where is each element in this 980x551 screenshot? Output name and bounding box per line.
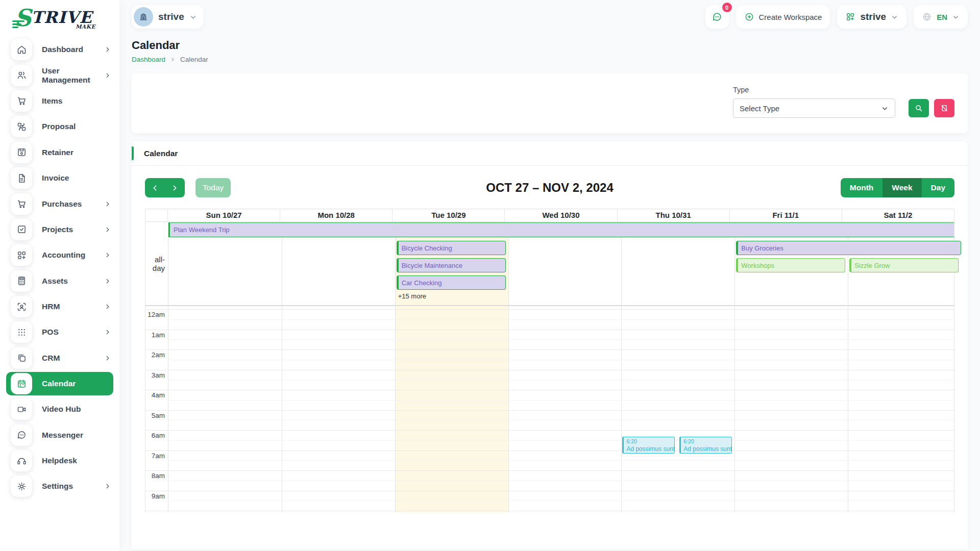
workspace-selector[interactable]: strive [132, 5, 204, 29]
timed-event-ad-possimus-sunt[interactable]: 6:20Ad possimus sunt [679, 437, 732, 454]
workspace-menu-button[interactable]: strive [837, 5, 906, 29]
users-icon [11, 65, 32, 86]
all-day-event-sizzle-grow[interactable]: Sizzle Grow [849, 258, 959, 272]
type-filter-label: Type [733, 86, 895, 94]
half-hour-line [168, 339, 954, 340]
view-button-week[interactable]: Week [883, 178, 921, 197]
app-root: STRIVE MAKE DashboardUser ManagementItem… [0, 0, 980, 551]
half-hour-line [168, 360, 954, 360]
swap-icon [11, 116, 32, 137]
sidebar-item-pos[interactable]: POS [0, 319, 119, 345]
next-button[interactable] [165, 178, 185, 197]
view-button-month[interactable]: Month [841, 178, 883, 197]
sidebar-item-label: Proposal [42, 122, 111, 131]
more-events-link[interactable]: +15 more [398, 292, 426, 300]
sidebar-item-label: Messenger [42, 431, 111, 440]
language-label: EN [937, 13, 947, 21]
all-day-event-buy-groceries[interactable]: Buy Groceries [736, 241, 961, 255]
breadcrumb-dashboard-link[interactable]: Dashboard [132, 56, 165, 63]
logo-speed-lines [12, 20, 24, 30]
sidebar-item-assets[interactable]: Assets [0, 268, 119, 294]
chevron-right-icon [104, 226, 111, 233]
sidebar-item-messenger[interactable]: Messenger [0, 422, 119, 447]
prev-button[interactable] [145, 178, 165, 197]
sidebar-item-proposal[interactable]: Proposal [0, 114, 119, 139]
sidebar-item-retainer[interactable]: Retainer [0, 140, 119, 165]
sidebar-item-accounting[interactable]: Accounting [0, 242, 119, 268]
headset-icon [11, 450, 32, 471]
sidebar-item-dashboard[interactable]: Dashboard [0, 37, 119, 62]
workspace-menu-label: strive [860, 11, 886, 22]
column-divider [848, 306, 848, 512]
sidebar-item-calendar[interactable]: Calendar [6, 372, 113, 395]
chevron-right-icon [104, 278, 111, 285]
sidebar: STRIVE MAKE DashboardUser ManagementItem… [0, 0, 119, 551]
day-header-fri-11-1: Fri 11/1 [730, 209, 842, 221]
hour-line [145, 470, 954, 471]
sidebar-item-label: User Management [42, 66, 94, 85]
time-grid: 12am1am2am3am4am5am6am7am8am9am10am11am6… [145, 306, 954, 512]
half-hour-line [168, 380, 954, 380]
sidebar-item-invoice[interactable]: Invoice [0, 165, 119, 191]
today-button[interactable]: Today [195, 178, 231, 197]
hour-line [145, 511, 954, 511]
all-day-event-bicycle-checking[interactable]: Bicycle Checking [397, 241, 506, 255]
sidebar-item-settings[interactable]: Settings [0, 473, 119, 499]
all-day-event-plan-weekend-trip[interactable]: Plan Weekend Trip [168, 222, 954, 237]
sidebar-item-video-hub[interactable]: Video Hub [0, 396, 119, 422]
view-button-day[interactable]: Day [922, 178, 954, 197]
copy-icon [11, 347, 32, 369]
grid-dots-icon [11, 321, 32, 343]
filter-buttons [909, 99, 954, 118]
type-select[interactable]: Select Type [733, 98, 895, 118]
sidebar-item-label: Assets [42, 277, 94, 286]
column-divider [395, 306, 396, 512]
event-title: Ad possimus sunt [626, 445, 672, 453]
sidebar-item-crm[interactable]: CRM [0, 345, 119, 371]
hour-line [145, 410, 954, 411]
column-divider [168, 306, 168, 512]
logo-subtext: MAKE [76, 23, 95, 30]
chat-icon [11, 424, 32, 446]
sidebar-item-purchases[interactable]: Purchases [0, 191, 119, 216]
hour-label: 2am [145, 351, 165, 359]
card-accent-bar [132, 146, 134, 160]
hour-line [145, 309, 954, 310]
all-day-event-bicycle-maintenance[interactable]: Bicycle Maintenance [397, 258, 506, 272]
calendar-card: Calendar Today OCT 27 – NOV 2, 2024 Mont… [132, 141, 968, 549]
hour-line [145, 430, 954, 431]
half-hour-line [168, 400, 954, 400]
sidebar-item-label: Retainer [42, 148, 111, 157]
sidebar-item-helpdesk[interactable]: Helpdesk [0, 448, 119, 473]
hour-line [145, 370, 954, 370]
hour-label: 12am [145, 311, 165, 318]
all-day-event-workshops[interactable]: Workshops [736, 258, 845, 272]
sidebar-item-items[interactable]: Items [0, 88, 119, 114]
all-day-section: all-dayPlan Weekend TripBicycle Checking… [145, 221, 954, 306]
hour-line [145, 349, 954, 350]
hour-label: 4am [145, 391, 165, 399]
hour-label: 1am [145, 331, 165, 339]
chevron-down-icon [189, 13, 197, 21]
sidebar-item-projects[interactable]: Projects [0, 217, 119, 242]
gear-icon [11, 475, 32, 497]
timed-event-ad-possimus-sunt[interactable]: 6:20Ad possimus sunt [622, 437, 675, 454]
messages-button[interactable]: 0 [705, 5, 729, 29]
cart-icon [11, 90, 32, 112]
half-hour-line [168, 460, 954, 461]
chevron-right-icon [104, 201, 111, 208]
sidebar-item-label: Video Hub [42, 405, 111, 414]
day-header-mon-10-28: Mon 10/28 [280, 209, 393, 221]
search-button[interactable] [909, 99, 929, 117]
breadcrumb-current: Calendar [180, 56, 208, 63]
create-workspace-button[interactable]: Create Workspace [736, 5, 830, 29]
sidebar-item-hrm[interactable]: HRM [0, 294, 119, 319]
chevron-right-icon [170, 57, 176, 62]
all-day-event-car-checking[interactable]: Car Checking [397, 276, 506, 290]
clear-filter-button[interactable] [934, 99, 954, 117]
event-time: 6:20 [626, 438, 672, 444]
sidebar-item-label: Settings [42, 482, 94, 491]
sidebar-item-user-management[interactable]: User Management [0, 62, 119, 88]
language-selector[interactable]: EN [914, 5, 968, 29]
sidebar-item-label: Calendar [42, 379, 108, 388]
